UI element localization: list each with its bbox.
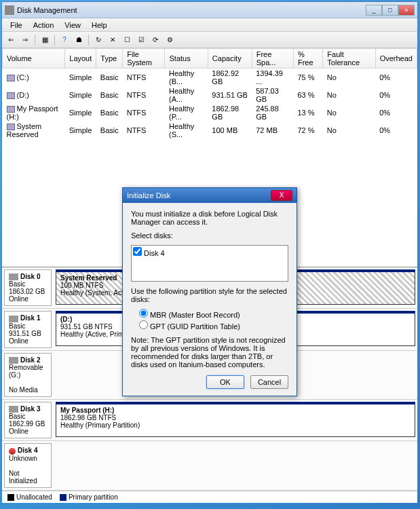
cancel-button[interactable]: Cancel bbox=[250, 375, 288, 389]
column-header[interactable]: Capacity bbox=[208, 49, 252, 69]
window-title: Disk Management bbox=[17, 6, 77, 14]
menu-file[interactable]: File bbox=[5, 20, 28, 31]
back-button[interactable]: ⇐ bbox=[5, 34, 17, 46]
disk-info: Disk 3Basic1862.99 GBOnline bbox=[4, 402, 52, 438]
properties-button[interactable]: ☐ bbox=[121, 34, 133, 46]
gpt-note: Note: The GPT partition style is not rec… bbox=[131, 336, 288, 369]
column-header[interactable]: File System bbox=[123, 49, 165, 69]
close-button[interactable]: × bbox=[398, 5, 415, 16]
disk-info: Disk 0Basic1863.02 GBOnline bbox=[4, 269, 52, 306]
mbr-option[interactable]: MBR (Master Boot Record) bbox=[139, 311, 240, 319]
menubar: File Action View Help bbox=[2, 18, 417, 32]
dialog-intro: You must initialize a disk before Logica… bbox=[131, 210, 288, 226]
disk-icon bbox=[9, 316, 18, 322]
volume-icon bbox=[7, 92, 15, 99]
disk-icon bbox=[9, 274, 18, 280]
dialog-title: Initialize Disk bbox=[127, 191, 170, 200]
maximize-button[interactable]: □ bbox=[382, 5, 398, 16]
settings-button[interactable]: ☗ bbox=[73, 34, 85, 46]
partition-style-label: Use the following partition style for th… bbox=[131, 287, 288, 303]
menu-action[interactable]: Action bbox=[28, 20, 60, 31]
column-header[interactable]: Type bbox=[96, 49, 123, 69]
partition[interactable]: My Passport (H:)1862.98 GB NTFSHealthy (… bbox=[56, 402, 415, 437]
extra-button[interactable]: ⚙ bbox=[164, 34, 176, 46]
disk-checkbox-row[interactable]: Disk 4 bbox=[133, 247, 286, 257]
gpt-radio[interactable] bbox=[139, 320, 148, 329]
column-header[interactable]: % Free bbox=[293, 49, 322, 69]
partition-area[interactable]: My Passport (H:)1862.98 GB NTFSHealthy (… bbox=[54, 400, 417, 440]
disk-row[interactable]: Disk 4UnknownNot Initialized bbox=[2, 441, 417, 490]
titlebar[interactable]: Disk Management _ □ × bbox=[2, 2, 417, 18]
volume-row[interactable]: My Passport (H:)SimpleBasicNTFSHealthy (… bbox=[3, 104, 417, 121]
legend-primary-swatch bbox=[60, 494, 66, 501]
disk-row[interactable]: Disk 3Basic1862.99 GBOnlineMy Passport (… bbox=[2, 400, 417, 441]
legend-unallocated-swatch bbox=[7, 494, 14, 501]
gpt-option[interactable]: GPT (GUID Partition Table) bbox=[139, 322, 240, 331]
column-header[interactable]: Free Spa... bbox=[252, 49, 293, 69]
legend: Unallocated Primary partition bbox=[2, 491, 417, 503]
toolbar: ⇐ ⇒ ▦ ? ☗ ↻ ✕ ☐ ☑ ⟳ ⚙ bbox=[2, 32, 417, 48]
partition-area[interactable] bbox=[54, 441, 417, 489]
column-header[interactable]: Status bbox=[165, 49, 208, 69]
refresh-button[interactable]: ↻ bbox=[92, 34, 104, 46]
dialog-close-button[interactable]: X bbox=[271, 190, 292, 201]
help-button[interactable]: ? bbox=[58, 34, 71, 46]
mbr-radio[interactable] bbox=[139, 309, 148, 318]
select-disks-label: Select disks: bbox=[131, 231, 288, 240]
volume-row[interactable]: (C:)SimpleBasicNTFSHealthy (B...1862.92 … bbox=[3, 69, 417, 87]
cancel-icon[interactable]: ✕ bbox=[107, 34, 119, 46]
menu-view[interactable]: View bbox=[59, 20, 86, 31]
disk-icon bbox=[9, 448, 16, 455]
disk-info: Disk 4UnknownNot Initialized bbox=[4, 443, 52, 487]
column-header[interactable]: Layout bbox=[65, 49, 96, 69]
initialize-disk-dialog: Initialize Disk X You must initialize a … bbox=[122, 187, 297, 396]
disk-icon bbox=[9, 357, 18, 364]
column-header[interactable]: Overhead bbox=[375, 49, 417, 69]
app-icon bbox=[5, 5, 14, 15]
volume-icon bbox=[7, 106, 15, 113]
disk-info: Disk 2Removable (G:)No Media bbox=[4, 353, 52, 397]
disk-selection-list[interactable]: Disk 4 bbox=[131, 245, 288, 282]
volume-icon bbox=[7, 75, 15, 81]
volume-row[interactable]: System ReservedSimpleBasicNTFSHealthy (S… bbox=[3, 121, 417, 139]
menu-help[interactable]: Help bbox=[86, 20, 113, 31]
ok-button[interactable]: OK bbox=[206, 375, 244, 389]
volume-icon bbox=[7, 124, 15, 130]
disk-icon bbox=[9, 406, 18, 413]
dialog-titlebar[interactable]: Initialize Disk X bbox=[123, 188, 297, 203]
disk4-checkbox[interactable] bbox=[133, 247, 142, 256]
minimize-button[interactable]: _ bbox=[366, 5, 382, 16]
volume-row[interactable]: (D:)SimpleBasicNTFSHealthy (A...931.51 G… bbox=[3, 86, 417, 104]
rescan-button[interactable]: ⟳ bbox=[149, 34, 161, 46]
show-hide-tree-button[interactable]: ▦ bbox=[39, 34, 51, 46]
column-header[interactable]: Volume bbox=[3, 49, 65, 69]
column-header[interactable]: Fault Tolerance bbox=[323, 49, 375, 69]
disk-info: Disk 1Basic931.51 GBOnline bbox=[4, 311, 52, 347]
action-list-button[interactable]: ☑ bbox=[135, 34, 147, 46]
forward-button[interactable]: ⇒ bbox=[19, 34, 31, 46]
